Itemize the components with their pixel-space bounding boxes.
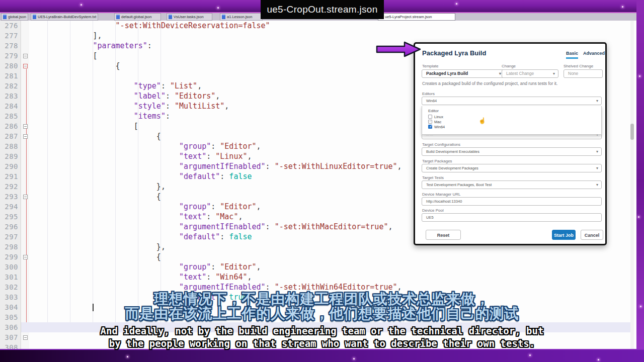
editor-tab[interactable]: UE5-LyraBrain-BuildDevSystem.txt (31, 13, 98, 21)
code-line: 300 "group": "Editor", (0, 262, 630, 272)
line-number: 301 (0, 272, 18, 282)
checkbox-label: Win64 (434, 125, 445, 129)
tab-basic[interactable]: Basic (566, 51, 578, 59)
line-number: 287 (0, 131, 18, 141)
target-tests-select[interactable]: Test Development Packages, Boot Test▾ (422, 180, 602, 189)
tab-label: VsUser.tasks.json (174, 15, 204, 19)
file-icon (222, 15, 225, 19)
line-number: 281 (0, 71, 18, 81)
line-number: 298 (0, 242, 18, 252)
editor-tab[interactable]: a1.Lesson.json (220, 13, 263, 21)
line-number: 293 (0, 192, 18, 202)
file-icon (33, 15, 36, 19)
template-select[interactable]: Packaged Lyra Build▾ (422, 69, 505, 78)
editor-tab[interactable]: global.json (1, 13, 28, 21)
editor-option-linux[interactable]: Linux (428, 114, 443, 119)
bottom-decor-bar (0, 349, 644, 362)
editor-option-win64[interactable]: Win64 (428, 124, 445, 129)
checkbox[interactable] (428, 120, 432, 124)
line-number: 278 (0, 41, 18, 51)
line-number: 284 (0, 101, 18, 111)
fold-toggle[interactable] (23, 255, 28, 259)
change-label: Change (502, 64, 516, 68)
line-number: 291 (0, 171, 18, 182)
checkbox[interactable] (428, 115, 432, 119)
template-label: Template (422, 64, 438, 68)
target-packages-select[interactable]: Create Development Packages▾ (422, 164, 602, 172)
reset-button[interactable]: Reset (426, 230, 461, 240)
change-select[interactable]: Latest Change▾ (502, 69, 558, 78)
line-number: 277 (0, 31, 18, 41)
subtitle-english-line1: And ideally, not by the build engineerin… (0, 325, 644, 336)
code-line: 299 { (0, 252, 630, 262)
line-number: 286 (0, 121, 18, 131)
tab-label: global.json (8, 15, 26, 19)
line-number: 294 (0, 202, 18, 212)
tab-label: UE5-LyraBrain-BuildDevSystem.txt (38, 15, 96, 19)
fold-toggle[interactable] (23, 124, 28, 129)
subtitle-chinese-line2: 而是由在该流上工作的人来做，他们想要描述他们自己的测试 (0, 304, 644, 323)
scrollbar-thumb[interactable] (630, 124, 634, 140)
editors-dropdown-panel: Editor LinuxMacWin64 ☝ (422, 106, 602, 135)
line-number: 297 (0, 232, 18, 242)
dialog-description: Creates a packaged build of the configur… (422, 81, 557, 86)
editor-group-label: Editor (428, 109, 439, 113)
dialog-title: Packaged Lyra Build (422, 49, 486, 57)
code-line: 277 ], (0, 31, 630, 41)
fold-toggle[interactable] (23, 64, 28, 68)
tab-label: ue5-LyraProject.stream.json (385, 15, 432, 19)
line-number: 300 (0, 262, 18, 272)
chevron-down-icon: ▾ (553, 70, 555, 77)
line-number: 279 (0, 51, 18, 61)
target-packages-label: Target Packages (422, 159, 452, 163)
checkbox-label: Mac (434, 120, 441, 124)
editor-tab[interactable]: ue5-LyraProject.stream.json (378, 13, 455, 21)
line-number: 290 (0, 161, 18, 171)
target-tests-label: Target Tests (422, 175, 444, 180)
line-number: 289 (0, 151, 18, 161)
device-pool-label: Device Pool (422, 208, 444, 213)
chevron-down-icon: ▾ (596, 164, 598, 172)
fold-toggle[interactable] (23, 195, 28, 199)
chevron-down-icon: ▾ (596, 181, 598, 189)
shelved-change-input[interactable]: None (564, 69, 603, 78)
fold-toggle[interactable] (23, 54, 28, 58)
packaged-lyra-build-dialog: Packaged Lyra Build Basic Advanced Templ… (414, 42, 607, 245)
hand-cursor-icon: ☝ (478, 117, 486, 124)
code-line: 301 "text": "Win64", (0, 272, 630, 282)
line-number: 280 (0, 61, 18, 71)
target-configurations-select[interactable]: Build Development Executables▾ (422, 147, 602, 156)
tab-advanced[interactable]: Advanced (583, 51, 605, 56)
line-number: 292 (0, 182, 18, 192)
cancel-button[interactable]: Cancel (581, 230, 603, 240)
device-manager-url-input[interactable]: http://localhost:13340 (422, 197, 602, 206)
line-number: 285 (0, 111, 18, 121)
device-manager-url-label: Device Manager URL (422, 192, 460, 197)
chevron-down-icon: ▾ (499, 70, 501, 77)
editors-select[interactable]: Win64▾ (422, 97, 602, 105)
line-number: 299 (0, 252, 18, 262)
file-icon (116, 15, 120, 19)
checkbox-label: Linux (434, 115, 443, 119)
chevron-down-icon: ▾ (596, 148, 598, 155)
fold-toggle[interactable] (23, 134, 28, 139)
line-number: 296 (0, 222, 18, 232)
start-job-button[interactable]: Start Job (552, 230, 576, 240)
video-title-overlay: ue5-CropOut.stream.json (261, 0, 384, 19)
line-number: 283 (0, 91, 18, 101)
target-configurations-label: Target Configurations (422, 142, 460, 147)
tab-label: default.global.json (121, 15, 151, 19)
line-number: 288 (0, 141, 18, 151)
line-number: 295 (0, 212, 18, 222)
annotation-arrow-icon (375, 40, 422, 58)
editor-tab[interactable]: default.global.json (114, 13, 161, 21)
line-number: 276 (0, 21, 18, 31)
editor-option-mac[interactable]: Mac (428, 119, 441, 124)
checkbox[interactable] (428, 125, 432, 129)
file-icon (169, 15, 172, 19)
device-pool-input[interactable]: UE5 (422, 213, 602, 222)
chevron-down-icon: ▾ (596, 97, 598, 105)
code-line: 276 "-set:WithDeviceReservation=false" (0, 21, 630, 31)
line-number: 282 (0, 81, 18, 91)
editor-tab[interactable]: VsUser.tasks.json (167, 13, 212, 21)
